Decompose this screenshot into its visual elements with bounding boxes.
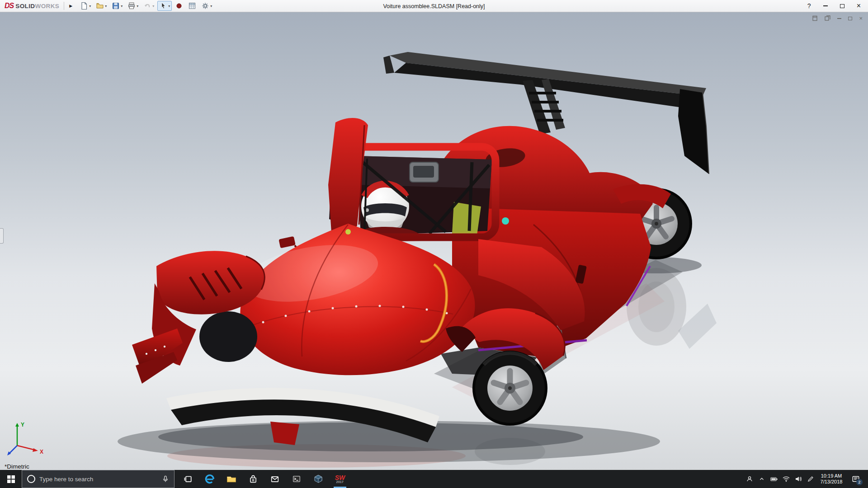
start-button[interactable]: [0, 470, 22, 488]
help-button[interactable]: ?: [807, 3, 811, 9]
print-icon: [127, 2, 136, 10]
store-icon: [248, 474, 258, 484]
console-button[interactable]: [286, 470, 307, 488]
store-button[interactable]: [242, 470, 264, 488]
orientation-triad: Y X: [4, 418, 47, 459]
mail-icon: [270, 474, 280, 484]
save-button[interactable]: ▾: [110, 1, 124, 11]
undo-icon: [143, 2, 151, 10]
logo-works: WORKS: [35, 3, 60, 9]
dropdown-caret: ▾: [137, 4, 138, 8]
battery-button[interactable]: [768, 470, 780, 488]
teal-light: [502, 217, 509, 225]
close-button[interactable]: ×: [857, 2, 861, 9]
titlebar: DS SOLID WORKS ▶ ▾ ▾ ▾ ▾: [0, 0, 868, 12]
console-icon: [292, 474, 302, 484]
microphone-icon[interactable]: [161, 475, 170, 483]
save-icon: [112, 2, 120, 10]
windows-logo-icon: [7, 475, 15, 483]
dropdown-caret: ▾: [105, 4, 107, 8]
design-table-icon: [188, 2, 196, 10]
edge-button[interactable]: [199, 470, 221, 488]
volume-button[interactable]: [792, 470, 804, 488]
clock-time: 10:19 AM: [817, 473, 845, 479]
solidworks-icon: SW: [335, 475, 345, 480]
cad-viewer-button[interactable]: [307, 470, 329, 488]
select-cursor-icon: [159, 2, 167, 10]
cascade-window-icon[interactable]: [825, 15, 830, 21]
graphics-area[interactable]: × Y X *Dimetric: [0, 12, 868, 470]
new-document-icon: [80, 2, 88, 10]
design-table-button[interactable]: [186, 1, 198, 11]
taskbar-search-box[interactable]: [22, 470, 175, 488]
mdi-restore-button[interactable]: [848, 17, 852, 20]
speaker-icon: [794, 475, 802, 483]
menu-expand-button[interactable]: ▶: [68, 3, 74, 9]
mdi-minimize-button[interactable]: [837, 18, 841, 19]
system-tray: 10:19 AM 7/13/2018 2: [743, 470, 868, 488]
battery-icon: [770, 475, 778, 483]
notification-badge: 2: [856, 479, 863, 485]
people-icon: [745, 475, 754, 483]
dropdown-caret: ▾: [89, 4, 91, 8]
cortana-icon[interactable]: [27, 474, 36, 483]
mail-button[interactable]: [264, 470, 286, 488]
file-explorer-button[interactable]: [221, 470, 242, 488]
front-wheel: [474, 352, 546, 424]
chevron-up-icon: [758, 475, 765, 483]
new-window-icon[interactable]: [812, 15, 818, 21]
maximize-button[interactable]: [840, 4, 844, 8]
show-hidden-icons-button[interactable]: [755, 470, 768, 488]
options-button[interactable]: ▾: [199, 1, 214, 11]
taskbar-clock[interactable]: 10:19 AM 7/13/2018: [816, 473, 846, 485]
minimize-button[interactable]: [823, 5, 828, 6]
record-macro-icon: [175, 2, 183, 10]
action-center-button[interactable]: 2: [846, 470, 865, 488]
task-view-icon: [183, 474, 193, 484]
clock-date: 7/13/2018: [817, 479, 845, 485]
x-axis-label: X: [40, 449, 43, 455]
open-folder-icon: [96, 2, 104, 10]
file-explorer-icon: [226, 474, 237, 484]
task-view-button[interactable]: [177, 470, 199, 488]
ds-logo: DS: [5, 2, 14, 10]
dropdown-caret: ▾: [210, 4, 212, 8]
wifi-icon: [782, 475, 790, 483]
solidworks-window: DS SOLID WORKS ▶ ▾ ▾ ▾ ▾: [0, 0, 868, 488]
search-input[interactable]: [39, 476, 158, 483]
solidworks-taskbar-button[interactable]: SW 2017: [329, 470, 351, 488]
open-button[interactable]: ▾: [94, 1, 108, 11]
network-button[interactable]: [780, 470, 792, 488]
view-orientation-label: *Dimetric: [5, 463, 29, 470]
feature-tree-collapsed-tab[interactable]: [0, 228, 4, 244]
pinned-apps: SW 2017: [177, 470, 351, 488]
cad-cube-icon: [313, 474, 324, 484]
document-window-controls: ×: [812, 15, 863, 21]
mdi-close-button[interactable]: ×: [859, 15, 863, 21]
record-macro-button[interactable]: [173, 1, 185, 11]
print-button[interactable]: ▾: [126, 1, 140, 11]
y-axis-label: Y: [21, 422, 24, 428]
logo-solid: SOLID: [15, 3, 35, 9]
dropdown-caret: ▾: [152, 4, 154, 8]
standard-toolbar: ▾ ▾ ▾ ▾ ▾ ▾: [78, 1, 214, 11]
car-render: [0, 12, 868, 470]
windows-taskbar: SW 2017 10:19 AM: [0, 470, 868, 488]
solidworks-logo: DS SOLID WORKS: [0, 2, 59, 10]
driver-helmet: [361, 183, 409, 230]
window-controls: ? ×: [807, 2, 868, 9]
dropdown-caret: ▾: [121, 4, 123, 8]
undo-button[interactable]: ▾: [142, 1, 156, 11]
pen-settings-button[interactable]: [804, 470, 816, 488]
people-button[interactable]: [743, 470, 755, 488]
solidworks-year: 2017: [336, 480, 344, 483]
pen-icon: [807, 475, 815, 483]
select-button[interactable]: ▾: [157, 1, 172, 11]
edge-icon: [204, 474, 215, 484]
new-document-button[interactable]: ▾: [78, 1, 93, 11]
options-gear-icon: [201, 2, 209, 10]
separator: [64, 2, 64, 10]
dropdown-caret: ▾: [168, 4, 170, 8]
